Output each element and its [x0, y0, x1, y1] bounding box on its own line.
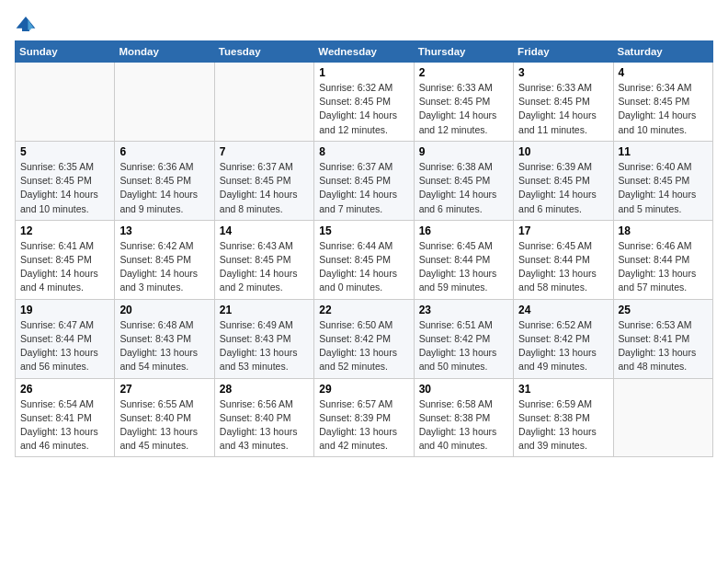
calendar-cell: 26Sunrise: 6:54 AM Sunset: 8:41 PM Dayli… — [16, 378, 115, 457]
day-info: Sunrise: 6:41 AM Sunset: 8:45 PM Dayligh… — [20, 239, 109, 295]
day-info: Sunrise: 6:33 AM Sunset: 8:45 PM Dayligh… — [518, 81, 608, 137]
day-info: Sunrise: 6:43 AM Sunset: 8:45 PM Dayligh… — [220, 239, 309, 295]
day-info: Sunrise: 6:53 AM Sunset: 8:41 PM Dayligh… — [619, 318, 708, 374]
calendar-week-row: 1Sunrise: 6:32 AM Sunset: 8:45 PM Daylig… — [16, 63, 713, 142]
calendar-cell: 12Sunrise: 6:41 AM Sunset: 8:45 PM Dayli… — [16, 220, 115, 299]
day-info: Sunrise: 6:32 AM Sunset: 8:45 PM Dayligh… — [319, 81, 408, 137]
day-number: 2 — [419, 66, 508, 79]
logo — [15, 15, 40, 33]
day-info: Sunrise: 6:46 AM Sunset: 8:44 PM Dayligh… — [619, 239, 708, 295]
calendar-cell: 17Sunrise: 6:45 AM Sunset: 8:44 PM Dayli… — [514, 220, 613, 299]
calendar-cell: 22Sunrise: 6:50 AM Sunset: 8:42 PM Dayli… — [314, 299, 414, 378]
calendar-cell: 29Sunrise: 6:57 AM Sunset: 8:39 PM Dayli… — [314, 378, 414, 457]
day-number: 7 — [220, 145, 309, 158]
day-number: 26 — [20, 383, 109, 396]
day-number: 25 — [619, 304, 708, 316]
calendar-week-row: 5Sunrise: 6:35 AM Sunset: 8:45 PM Daylig… — [16, 141, 713, 220]
day-number: 3 — [518, 66, 608, 79]
day-info: Sunrise: 6:36 AM Sunset: 8:45 PM Dayligh… — [119, 160, 209, 216]
day-info: Sunrise: 6:45 AM Sunset: 8:44 PM Dayligh… — [419, 239, 508, 295]
day-number: 19 — [20, 304, 109, 316]
day-number: 11 — [619, 145, 708, 158]
day-number: 6 — [119, 145, 209, 158]
day-number: 4 — [619, 66, 708, 79]
day-info: Sunrise: 6:57 AM Sunset: 8:39 PM Dayligh… — [319, 397, 408, 454]
calendar-cell: 13Sunrise: 6:42 AM Sunset: 8:45 PM Dayli… — [115, 220, 214, 299]
calendar-cell: 2Sunrise: 6:33 AM Sunset: 8:45 PM Daylig… — [414, 63, 513, 142]
day-number: 16 — [419, 224, 508, 237]
page-header — [15, 15, 713, 33]
calendar-cell: 14Sunrise: 6:43 AM Sunset: 8:45 PM Dayli… — [214, 220, 313, 299]
calendar-cell: 15Sunrise: 6:44 AM Sunset: 8:45 PM Dayli… — [314, 220, 414, 299]
calendar-cell — [115, 63, 214, 142]
day-info: Sunrise: 6:37 AM Sunset: 8:45 PM Dayligh… — [220, 160, 309, 216]
calendar-cell — [613, 378, 712, 457]
calendar-cell: 10Sunrise: 6:39 AM Sunset: 8:45 PM Dayli… — [514, 141, 613, 220]
day-info: Sunrise: 6:45 AM Sunset: 8:44 PM Dayligh… — [518, 239, 608, 295]
day-number: 22 — [319, 304, 408, 316]
calendar-day-header: Friday — [514, 41, 613, 63]
day-info: Sunrise: 6:50 AM Sunset: 8:42 PM Dayligh… — [319, 318, 408, 374]
day-info: Sunrise: 6:38 AM Sunset: 8:45 PM Dayligh… — [419, 160, 508, 216]
day-number: 20 — [119, 304, 209, 316]
day-number: 5 — [20, 145, 109, 158]
day-number: 1 — [319, 66, 408, 79]
day-number: 23 — [419, 304, 508, 316]
calendar-cell: 1Sunrise: 6:32 AM Sunset: 8:45 PM Daylig… — [314, 63, 414, 142]
day-number: 18 — [619, 224, 708, 237]
calendar-cell: 28Sunrise: 6:56 AM Sunset: 8:40 PM Dayli… — [214, 378, 313, 457]
day-number: 29 — [319, 383, 408, 396]
day-info: Sunrise: 6:40 AM Sunset: 8:45 PM Dayligh… — [619, 160, 708, 216]
calendar-cell: 16Sunrise: 6:45 AM Sunset: 8:44 PM Dayli… — [414, 220, 513, 299]
day-number: 12 — [20, 224, 109, 237]
calendar-table: SundayMondayTuesdayWednesdayThursdayFrid… — [15, 40, 713, 457]
calendar-cell — [16, 63, 115, 142]
calendar-header-row: SundayMondayTuesdayWednesdayThursdayFrid… — [16, 41, 713, 63]
calendar-cell: 4Sunrise: 6:34 AM Sunset: 8:45 PM Daylig… — [613, 63, 712, 142]
day-info: Sunrise: 6:44 AM Sunset: 8:45 PM Dayligh… — [319, 239, 408, 295]
day-number: 30 — [419, 383, 508, 396]
calendar-day-header: Sunday — [16, 41, 115, 63]
calendar-cell: 8Sunrise: 6:37 AM Sunset: 8:45 PM Daylig… — [314, 141, 414, 220]
day-info: Sunrise: 6:58 AM Sunset: 8:38 PM Dayligh… — [419, 397, 508, 454]
calendar-week-row: 12Sunrise: 6:41 AM Sunset: 8:45 PM Dayli… — [16, 220, 713, 299]
calendar-day-header: Tuesday — [214, 41, 313, 63]
calendar-week-row: 26Sunrise: 6:54 AM Sunset: 8:41 PM Dayli… — [16, 378, 713, 457]
calendar-cell: 21Sunrise: 6:49 AM Sunset: 8:43 PM Dayli… — [214, 299, 313, 378]
calendar-cell: 11Sunrise: 6:40 AM Sunset: 8:45 PM Dayli… — [613, 141, 712, 220]
day-number: 14 — [220, 224, 309, 237]
day-info: Sunrise: 6:54 AM Sunset: 8:41 PM Dayligh… — [20, 397, 109, 454]
day-info: Sunrise: 6:42 AM Sunset: 8:45 PM Dayligh… — [119, 239, 209, 295]
day-info: Sunrise: 6:47 AM Sunset: 8:44 PM Dayligh… — [20, 318, 109, 374]
calendar-cell: 23Sunrise: 6:51 AM Sunset: 8:42 PM Dayli… — [414, 299, 513, 378]
calendar-cell: 3Sunrise: 6:33 AM Sunset: 8:45 PM Daylig… — [514, 63, 613, 142]
day-number: 21 — [220, 304, 309, 316]
calendar-day-header: Saturday — [613, 41, 712, 63]
day-info: Sunrise: 6:39 AM Sunset: 8:45 PM Dayligh… — [518, 160, 608, 216]
calendar-cell — [214, 63, 313, 142]
day-info: Sunrise: 6:56 AM Sunset: 8:40 PM Dayligh… — [220, 397, 309, 454]
day-info: Sunrise: 6:49 AM Sunset: 8:43 PM Dayligh… — [220, 318, 309, 374]
calendar-cell: 9Sunrise: 6:38 AM Sunset: 8:45 PM Daylig… — [414, 141, 513, 220]
day-number: 28 — [220, 383, 309, 396]
day-number: 17 — [518, 224, 608, 237]
calendar-cell: 24Sunrise: 6:52 AM Sunset: 8:42 PM Dayli… — [514, 299, 613, 378]
day-info: Sunrise: 6:37 AM Sunset: 8:45 PM Dayligh… — [319, 160, 408, 216]
day-info: Sunrise: 6:59 AM Sunset: 8:38 PM Dayligh… — [518, 397, 608, 454]
calendar-day-header: Wednesday — [314, 41, 414, 63]
calendar-cell: 6Sunrise: 6:36 AM Sunset: 8:45 PM Daylig… — [115, 141, 214, 220]
day-number: 10 — [518, 145, 608, 158]
calendar-cell: 7Sunrise: 6:37 AM Sunset: 8:45 PM Daylig… — [214, 141, 313, 220]
day-info: Sunrise: 6:48 AM Sunset: 8:43 PM Dayligh… — [119, 318, 209, 374]
calendar-cell: 30Sunrise: 6:58 AM Sunset: 8:38 PM Dayli… — [414, 378, 513, 457]
day-number: 9 — [419, 145, 508, 158]
day-info: Sunrise: 6:33 AM Sunset: 8:45 PM Dayligh… — [419, 81, 508, 137]
day-info: Sunrise: 6:55 AM Sunset: 8:40 PM Dayligh… — [119, 397, 209, 454]
calendar-cell: 27Sunrise: 6:55 AM Sunset: 8:40 PM Dayli… — [115, 378, 214, 457]
day-number: 8 — [319, 145, 408, 158]
calendar-cell: 18Sunrise: 6:46 AM Sunset: 8:44 PM Dayli… — [613, 220, 712, 299]
calendar-cell: 20Sunrise: 6:48 AM Sunset: 8:43 PM Dayli… — [115, 299, 214, 378]
day-number: 13 — [119, 224, 209, 237]
calendar-cell: 19Sunrise: 6:47 AM Sunset: 8:44 PM Dayli… — [16, 299, 115, 378]
day-info: Sunrise: 6:35 AM Sunset: 8:45 PM Dayligh… — [20, 160, 109, 216]
